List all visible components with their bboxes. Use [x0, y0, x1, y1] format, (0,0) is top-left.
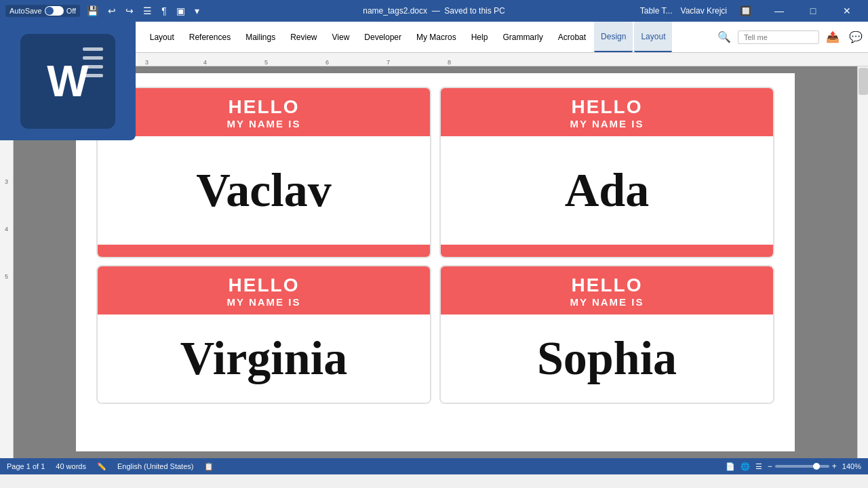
zoom-out-icon[interactable]: − [768, 462, 772, 471]
main-layout: 1 2 3 4 5 W H [0, 66, 868, 458]
name-ada: Ada [565, 163, 649, 218]
zoom-control: − + 140% [768, 462, 861, 471]
view-icon-outline[interactable]: ☰ [755, 462, 762, 471]
name-vaclav: Vaclav [196, 163, 332, 218]
name-tag-ada-hello: HELLO [448, 98, 766, 117]
context-tab-label: Table T... [640, 6, 673, 16]
word-line-4 [83, 74, 103, 77]
zoom-in-icon[interactable]: + [832, 462, 837, 471]
view-icon-web[interactable]: 🌐 [741, 462, 750, 471]
name-tags-bottom-row: HELLO MY NAME IS Virginia HELLO MY NAME … [96, 265, 774, 404]
ruler-mark-5: 5 [264, 59, 268, 66]
scrollbar-right[interactable] [857, 66, 868, 458]
zoom-slider[interactable] [775, 465, 829, 468]
ruler-mark-3: 3 [145, 59, 149, 66]
zoom-slider-thumb [813, 463, 820, 470]
tab-context-design[interactable]: Design [594, 22, 633, 52]
search-icon[interactable]: 🔍 [715, 28, 734, 46]
ruler-mark-6: 6 [326, 59, 329, 66]
word-line-3 [83, 66, 103, 68]
view-icon[interactable]: ▣ [174, 4, 188, 18]
title-bar-right: Table T... Vaclav Krejci 🔲 — □ ✕ [640, 0, 863, 22]
name-tag-ada-subtitle: MY NAME IS [448, 118, 766, 129]
scrollbar-thumb[interactable] [859, 68, 868, 95]
title-bar: AutoSave Off 💾 ↩ ↪ ☰ ¶ ▣ ▾ name_tags2.do… [0, 0, 868, 22]
share-icon[interactable]: 📤 [823, 28, 842, 46]
restore-down-button[interactable]: 🔲 [730, 0, 761, 22]
search-input[interactable] [738, 30, 819, 44]
save-icon[interactable]: 💾 [84, 4, 101, 18]
language: English (United States) [117, 462, 194, 470]
close-button[interactable]: ✕ [831, 0, 863, 22]
name-tag-vaclav-footer [98, 245, 430, 257]
comments-icon[interactable]: 💬 [846, 28, 865, 46]
word-logo-inner: W [20, 66, 115, 129]
autosave-label: AutoSave [9, 7, 42, 15]
filename: name_tags2.docx [363, 6, 427, 16]
name-tag-sophia-body: Sophia [441, 314, 773, 403]
tab-view[interactable]: View [326, 22, 357, 52]
tab-references[interactable]: References [182, 22, 237, 52]
autosave-control[interactable]: AutoSave Off [5, 5, 80, 17]
zoom-level: 140% [842, 462, 861, 470]
tab-layout[interactable]: Layout [143, 22, 181, 52]
name-tag-sophia-subtitle: MY NAME IS [448, 296, 766, 308]
ruler-mark-4: 4 [203, 59, 207, 66]
status-bar-right: 📄 🌐 ☰ − + 140% [726, 462, 861, 471]
tab-my-macros[interactable]: My Macros [410, 22, 463, 52]
save-status: Saved to this PC [444, 6, 505, 16]
name-tags-top-row: HELLO MY NAME IS Vaclav HELLO MY NAME IS [96, 87, 774, 258]
view-icon-normal[interactable]: 📄 [726, 462, 735, 471]
tab-context-layout[interactable]: Layout [634, 22, 672, 52]
name-tag-ada-footer [441, 245, 773, 257]
tab-help[interactable]: Help [465, 22, 495, 52]
document: HELLO MY NAME IS Vaclav HELLO MY NAME IS [76, 73, 795, 451]
name-tag-vaclav: HELLO MY NAME IS Vaclav [96, 87, 431, 258]
edit-icon[interactable]: ✏️ [97, 462, 106, 471]
tab-developer[interactable]: Developer [357, 22, 408, 52]
ruler-mark-7: 7 [387, 59, 390, 66]
paragraph-icon[interactable]: ¶ [159, 4, 170, 18]
name-tag-vaclav-subtitle: MY NAME IS [104, 118, 423, 129]
word-logo: W [14, 66, 136, 140]
name-tag-vaclav-hello: HELLO [104, 98, 423, 117]
track-changes-icon: 📋 [204, 462, 214, 471]
title-bar-center: name_tags2.docx — Saved to this PC [363, 6, 505, 16]
redo-icon[interactable]: ↪ [123, 4, 136, 18]
tab-grammarly[interactable]: Grammarly [496, 22, 549, 52]
tab-review[interactable]: Review [283, 22, 323, 52]
tab-acrobat[interactable]: Acrobat [551, 22, 593, 52]
quick-access-icon[interactable]: ☰ [140, 4, 155, 18]
name-virginia: Virginia [180, 331, 347, 386]
name-tag-virginia: HELLO MY NAME IS Virginia [96, 265, 431, 404]
name-tag-ada-header: HELLO MY NAME IS [441, 88, 773, 136]
name-tag-sophia: HELLO MY NAME IS Sophia [439, 265, 774, 404]
dropdown-icon[interactable]: ▾ [192, 4, 202, 18]
v-ruler-5: 5 [0, 273, 13, 280]
name-tag-virginia-body: Virginia [98, 314, 430, 403]
undo-icon[interactable]: ↩ [105, 4, 119, 18]
ruler-mark-8: 8 [448, 59, 451, 66]
name-sophia: Sophia [537, 331, 677, 386]
ruler-marks: 1 2 3 4 5 6 7 8 [14, 53, 868, 66]
v-ruler-4: 4 [0, 226, 13, 232]
word-count: 40 words [56, 462, 86, 470]
username[interactable]: Vaclav Krejci [681, 6, 727, 16]
name-tag-virginia-header: HELLO MY NAME IS [98, 266, 430, 314]
name-tag-sophia-hello: HELLO [448, 276, 766, 295]
name-tag-vaclav-header: HELLO MY NAME IS [98, 88, 430, 136]
document-area: W HELLO MY NAME IS [14, 66, 857, 458]
tab-mailings[interactable]: Mailings [239, 22, 282, 52]
maximize-button[interactable]: □ [797, 0, 829, 22]
v-ruler-3: 3 [0, 178, 13, 185]
minimize-button[interactable]: — [764, 0, 795, 22]
ribbon-search: 🔍 📤 💬 [715, 28, 865, 46]
autosave-state: Off [66, 7, 76, 15]
autosave-toggle[interactable] [45, 6, 64, 16]
title-bar-left: AutoSave Off 💾 ↩ ↪ ☰ ¶ ▣ ▾ [5, 4, 202, 18]
name-tag-ada: HELLO MY NAME IS Ada [439, 87, 774, 258]
word-logo-lines [83, 66, 103, 77]
name-tag-virginia-subtitle: MY NAME IS [104, 296, 423, 308]
name-tag-sophia-header: HELLO MY NAME IS [441, 266, 773, 314]
status-bar: Page 1 of 1 40 words ✏️ English (United … [0, 458, 868, 474]
